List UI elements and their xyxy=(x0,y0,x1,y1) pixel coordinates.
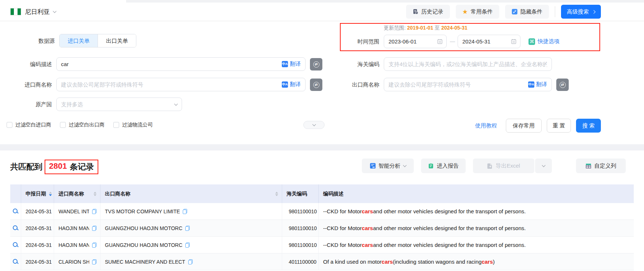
export-excel-button-disabled[interactable]: 导出Excel xyxy=(473,159,534,173)
table-row: 2024-05-31HAOJIN MANUFAGUANGZHOU HAOJIN … xyxy=(10,220,634,237)
copy-icon[interactable] xyxy=(92,259,96,264)
checkbox-icon xyxy=(60,122,66,128)
hide-conditions-label: 隐藏条件 xyxy=(520,8,542,15)
table-row: 2024-05-31WANDEL INTERNTVS MOTOR COMPANY… xyxy=(10,203,634,220)
checkbox-label: 过滤物流公司 xyxy=(122,122,153,128)
history-button[interactable]: 历史记录 xyxy=(406,5,450,19)
code-description-input[interactable] xyxy=(61,61,282,67)
origin-country-select[interactable] xyxy=(56,98,182,111)
checkbox-filter-logistics[interactable]: 过滤物流公司 xyxy=(113,122,153,128)
enter-report-button[interactable]: 进入报告 xyxy=(421,159,466,173)
cell-declare-date: 2024-05-31 xyxy=(21,203,54,220)
smart-analysis-button[interactable]: BI 智能分析 xyxy=(362,159,414,173)
sort-desc-icon[interactable] xyxy=(94,194,96,196)
svg-text:BI: BI xyxy=(372,166,375,168)
translate-button[interactable]: 中A 翻译 xyxy=(282,81,301,88)
favorites-label: 常用条件 xyxy=(471,8,493,15)
collapse-form-button[interactable] xyxy=(303,121,325,129)
quick-options-label: 快捷选项 xyxy=(538,38,560,45)
translate-label: 翻译 xyxy=(290,81,301,88)
favorites-button[interactable]: ★ 常用条件 xyxy=(456,5,499,19)
checkbox-filter-blank-importer[interactable]: 过滤空白进口商 xyxy=(7,122,51,128)
sort-icons[interactable] xyxy=(272,192,278,196)
description-text: ) xyxy=(493,259,495,265)
exporter-name: TVS MOTOR COMPANY LIMITE xyxy=(105,209,180,214)
nigeria-flag-icon xyxy=(10,8,21,15)
calendar-icon xyxy=(437,39,443,44)
row-search-icon[interactable] xyxy=(13,209,18,214)
description-text: --CKD for Motor xyxy=(323,225,362,231)
cell-row-search xyxy=(10,253,21,270)
code-description-label: 编码描述 xyxy=(0,57,52,71)
match-suffix: 条记录 xyxy=(70,161,94,172)
column-header-2[interactable]: 进口商名称 xyxy=(54,184,101,203)
copy-icon[interactable] xyxy=(183,209,187,214)
importer-name-input[interactable] xyxy=(61,81,282,88)
hide-conditions-button[interactable]: 隐藏条件 xyxy=(505,5,549,19)
cell-code-description: Of a kind used on motor cars (including … xyxy=(319,253,634,270)
exporter-name-label: 出口商名称 xyxy=(314,78,379,91)
copy-icon[interactable] xyxy=(92,243,96,248)
cell-hs-code: 9801100010 xyxy=(282,220,319,236)
chevron-down-icon xyxy=(542,164,545,167)
chevron-down-icon xyxy=(312,123,316,126)
copy-icon[interactable] xyxy=(185,243,190,248)
copy-icon[interactable] xyxy=(92,226,96,231)
sort-asc-icon[interactable] xyxy=(275,192,278,194)
sort-desc-icon[interactable] xyxy=(275,194,278,196)
topbar-actions: 历史记录 ★ 常用条件 隐藏条件 高级搜索 xyxy=(406,5,601,19)
tab-import-records[interactable]: 进口关单 xyxy=(60,34,98,47)
copy-icon[interactable] xyxy=(92,209,96,214)
chevron-down-icon xyxy=(53,9,57,13)
export-options-button[interactable] xyxy=(535,159,552,173)
checkbox-filter-blank-exporter[interactable]: 过滤空白出口商 xyxy=(60,122,105,128)
update-range-label: 更新范围: xyxy=(384,25,406,31)
country-picker[interactable]: 尼日利亚 xyxy=(10,8,56,16)
customize-columns-button[interactable]: 自定义列 xyxy=(576,159,626,173)
sort-desc-icon[interactable] xyxy=(49,194,52,196)
exact-match-toggle[interactable]: ⇄ xyxy=(556,79,569,91)
row-search-icon[interactable] xyxy=(13,225,18,231)
column-header-search xyxy=(10,184,21,203)
cell-importer: WANDEL INTERN xyxy=(54,203,101,220)
copy-icon[interactable] xyxy=(185,226,190,231)
reset-button[interactable]: 重 置 xyxy=(547,119,571,133)
search-button[interactable]: 搜 索 xyxy=(576,119,601,133)
cell-hs-code: 9801100010 xyxy=(282,203,319,220)
sort-asc-icon[interactable] xyxy=(49,192,52,194)
hs-code-input[interactable] xyxy=(389,61,547,67)
translate-button[interactable]: 中A 翻译 xyxy=(528,81,547,88)
date-end-input[interactable]: 2024-05-31 xyxy=(458,35,520,48)
exporter-name: GUANGZHOU HAOJIN MOTORC xyxy=(105,242,182,248)
translate-icon: 中A xyxy=(282,61,288,67)
keyword-highlight: cars xyxy=(382,259,393,265)
sort-icons[interactable] xyxy=(91,192,96,196)
translate-button[interactable]: 中A 翻译 xyxy=(282,61,301,68)
date-start-input[interactable]: 2023-06-01 xyxy=(384,35,447,48)
table-row: 2024-05-31CLARION SHIPPISUMEC MACHINERY … xyxy=(10,253,634,270)
origin-country-input[interactable] xyxy=(61,101,175,107)
copy-icon[interactable] xyxy=(188,259,193,264)
sort-icons[interactable] xyxy=(46,192,52,196)
save-favorite-button[interactable]: 保存常用 xyxy=(506,119,542,133)
tutorial-link[interactable]: 使用教程 xyxy=(475,119,497,133)
column-header-3[interactable]: 出口商名称 xyxy=(101,184,282,203)
cell-hs-code: 4011100000 xyxy=(282,253,319,270)
importer-name: HAOJIN MANUFA xyxy=(58,225,89,231)
importer-name: HAOJIN MANUFA xyxy=(58,242,89,248)
exporter-name-input[interactable] xyxy=(389,81,528,88)
country-name: 尼日利亚 xyxy=(25,8,50,16)
row-search-icon[interactable] xyxy=(13,259,18,264)
advanced-search-button[interactable]: 高级搜索 xyxy=(561,5,601,19)
tab-export-records[interactable]: 出口关单 xyxy=(98,34,136,47)
translate-icon: 中A xyxy=(282,81,288,88)
column-header-1[interactable]: 申报日期 xyxy=(21,184,54,203)
sort-asc-icon[interactable] xyxy=(94,192,96,194)
table-header-row: 申报日期进口商名称出口商名称海关编码编码描述 xyxy=(10,184,634,203)
translate-icon: 中A xyxy=(528,81,534,88)
quick-options-button[interactable]: ⌘ 快捷选项 xyxy=(529,35,560,48)
row-search-icon[interactable] xyxy=(13,242,18,248)
command-icon: ⌘ xyxy=(529,38,535,45)
date-range-dash: — xyxy=(450,35,455,48)
checkbox-icon xyxy=(7,122,12,128)
